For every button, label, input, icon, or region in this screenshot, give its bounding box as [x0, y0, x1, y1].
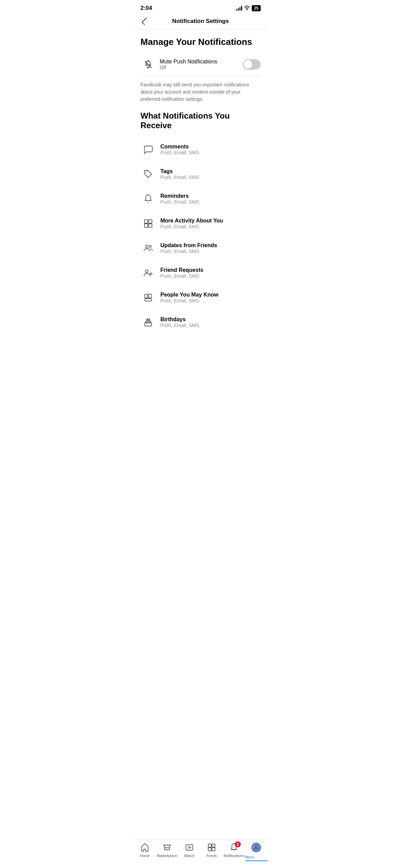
- notif-name-reminders: Reminders: [161, 193, 261, 199]
- mute-icon: [141, 57, 156, 72]
- notif-item-people-know[interactable]: People You May Know Push, Email, SMS: [141, 285, 261, 310]
- mute-description: Facebook may still send you important no…: [141, 76, 261, 110]
- notif-text-activity: More Activity About You Push, Email, SMS: [161, 218, 261, 229]
- friends-icon: [141, 241, 156, 256]
- comment-icon: [141, 142, 156, 157]
- notif-name-people-know: People You May Know: [161, 292, 261, 298]
- notif-sub-birthdays: Push, Email, SMS: [161, 323, 261, 328]
- what-section-title: What Notifications You Receive: [141, 110, 261, 137]
- wifi-icon: [244, 5, 250, 11]
- main-content: Manage Your Notifications Mute Push Noti…: [134, 30, 268, 365]
- mute-title: Mute Push Notifications: [160, 59, 243, 65]
- svg-point-7: [145, 270, 148, 273]
- back-button[interactable]: [139, 15, 152, 27]
- toggle-knob: [244, 60, 252, 69]
- notif-sub-updates-friends: Push, Email, SMS: [161, 249, 261, 254]
- notif-item-comments[interactable]: Comments Push, Email, SMS: [141, 137, 261, 162]
- svg-rect-14: [145, 321, 151, 323]
- notif-sub-comments: Push, Email, SMS: [161, 150, 261, 155]
- notif-text-people-know: People You May Know Push, Email, SMS: [161, 292, 261, 303]
- manage-section-title: Manage Your Notifications: [141, 30, 261, 53]
- notif-name-activity: More Activity About You: [161, 218, 261, 224]
- notif-name-comments: Comments: [161, 144, 261, 150]
- notif-sub-people-know: Push, Email, SMS: [161, 298, 261, 303]
- notif-text-comments: Comments Push, Email, SMS: [161, 144, 261, 155]
- status-bar: 2:04 25: [134, 0, 268, 14]
- back-chevron-icon: [141, 17, 149, 25]
- battery-icon: 25: [252, 5, 260, 11]
- notif-name-birthdays: Birthdays: [161, 316, 261, 323]
- svg-rect-12: [149, 294, 152, 298]
- svg-rect-11: [145, 299, 152, 301]
- tag-icon: [141, 167, 156, 182]
- people-icon: [141, 290, 156, 305]
- notif-text-friend-requests: Friend Requests Push, Email, SMS: [161, 267, 261, 279]
- status-time: 2:04: [141, 5, 152, 12]
- status-icons: 25: [236, 5, 260, 11]
- mute-toggle[interactable]: [243, 59, 261, 70]
- svg-rect-4: [149, 224, 152, 227]
- page-title: Notification Settings: [172, 18, 229, 25]
- mute-status: Off: [160, 65, 243, 70]
- notif-text-reminders: Reminders Push, Email, SMS: [161, 193, 261, 205]
- svg-point-0: [145, 172, 146, 173]
- notif-sub-activity: Push, Email, SMS: [161, 224, 261, 229]
- notif-item-birthdays[interactable]: Birthdays Push, Email, SMS: [141, 310, 261, 335]
- notif-text-birthdays: Birthdays Push, Email, SMS: [161, 316, 261, 328]
- svg-rect-10: [145, 294, 148, 298]
- svg-point-17: [147, 319, 148, 320]
- notification-items-list: Comments Push, Email, SMS Tags Push, Ema…: [141, 137, 261, 335]
- notif-item-updates-friends[interactable]: Updates from Friends Push, Email, SMS: [141, 236, 261, 261]
- notif-name-updates-friends: Updates from Friends: [161, 242, 261, 249]
- friend-add-icon: [141, 265, 156, 280]
- signal-icon: [236, 6, 242, 11]
- notif-name-tags: Tags: [161, 168, 261, 174]
- notif-sub-reminders: Push, Email, SMS: [161, 199, 261, 205]
- activity-icon: [141, 216, 156, 231]
- birthday-icon: [141, 315, 156, 330]
- notif-item-activity[interactable]: More Activity About You Push, Email, SMS: [141, 211, 261, 236]
- svg-point-6: [149, 245, 151, 248]
- nav-header: Notification Settings: [134, 14, 268, 30]
- notif-sub-tags: Push, Email, SMS: [161, 174, 261, 180]
- svg-rect-1: [144, 220, 148, 223]
- notif-item-friend-requests[interactable]: Friend Requests Push, Email, SMS: [141, 261, 261, 285]
- notif-item-reminders[interactable]: Reminders Push, Email, SMS: [141, 186, 261, 211]
- svg-point-18: [149, 319, 149, 320]
- mute-info: Mute Push Notifications Off: [160, 59, 243, 70]
- svg-rect-2: [149, 220, 152, 223]
- notif-sub-friend-requests: Push, Email, SMS: [161, 273, 261, 279]
- mute-push-row[interactable]: Mute Push Notifications Off: [141, 53, 261, 76]
- svg-point-5: [145, 245, 148, 248]
- notif-name-friend-requests: Friend Requests: [161, 267, 261, 273]
- notif-item-tags[interactable]: Tags Push, Email, SMS: [141, 162, 261, 186]
- bell-icon: [141, 191, 156, 206]
- notif-text-tags: Tags Push, Email, SMS: [161, 168, 261, 180]
- notif-text-updates-friends: Updates from Friends Push, Email, SMS: [161, 242, 261, 254]
- svg-rect-3: [144, 224, 148, 227]
